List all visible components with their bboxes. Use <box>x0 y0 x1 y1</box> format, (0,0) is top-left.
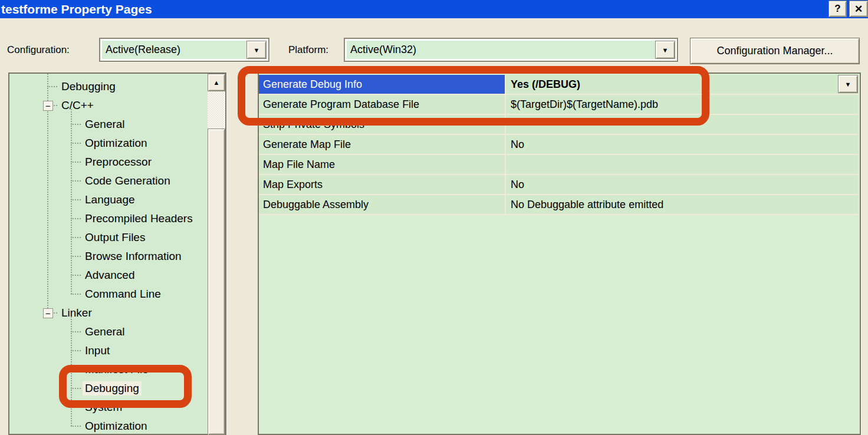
tree-item-label: Optimization <box>83 136 150 150</box>
tree-scrollbar[interactable]: ▲ <box>208 74 225 435</box>
property-row-strip-private-symbols[interactable]: Strip Private Symbols <box>259 115 858 135</box>
tree-item-label: Manifest File <box>83 362 151 377</box>
property-name[interactable]: Generate Program Database File <box>259 95 506 114</box>
tree-item-label: Advanced <box>83 268 137 282</box>
property-name[interactable]: Map Exports <box>259 175 506 194</box>
tree-item-debugging[interactable]: Debugging <box>9 379 206 398</box>
tree-item-label: Linker <box>59 306 94 320</box>
property-row-map-exports[interactable]: Map ExportsNo <box>259 175 858 195</box>
help-icon: ? <box>834 3 840 15</box>
window-title: testforme Property Pages <box>0 2 152 17</box>
chevron-down-icon: ▼ <box>845 81 851 88</box>
tree-item-manifest-file[interactable]: Manifest File <box>9 360 206 379</box>
tree-item-label: General <box>83 325 127 339</box>
tree-item-label: Input <box>83 344 112 358</box>
tree-item-label: Preprocessor <box>83 155 154 169</box>
triangle-up-icon: ▲ <box>213 79 220 86</box>
tree-item-general[interactable]: General <box>9 115 206 134</box>
platform-value: Active(Win32) <box>347 41 675 59</box>
tree-item-language[interactable]: Language <box>9 190 206 209</box>
collapse-icon[interactable]: − <box>43 101 53 111</box>
tree-item-label: Code Generation <box>83 174 173 188</box>
property-row-generate-program-database-file[interactable]: Generate Program Database File$(TargetDi… <box>259 95 858 115</box>
property-name[interactable]: Strip Private Symbols <box>259 115 506 134</box>
property-value[interactable]: No Debuggable attribute emitted <box>506 195 858 214</box>
property-value[interactable]: Yes (/DEBUG) <box>506 75 858 94</box>
help-button[interactable]: ? <box>828 1 847 17</box>
category-tree: Debugging−C/C++GeneralOptimizationPrepro… <box>9 77 206 435</box>
tree-item-label: Language <box>83 193 137 207</box>
tree-item-precompiled-headers[interactable]: Precompiled Headers <box>9 209 206 228</box>
tree-item-output-files[interactable]: Output Files <box>9 228 206 247</box>
tree-item-input[interactable]: Input <box>9 341 206 360</box>
configuration-value: Active(Release) <box>102 41 267 59</box>
tree-item-browse-information[interactable]: Browse Information <box>9 247 206 266</box>
tree-item-system[interactable]: System <box>9 398 206 417</box>
property-row-debuggable-assembly[interactable]: Debuggable AssemblyNo Debuggable attribu… <box>259 195 858 215</box>
property-row-generate-debug-info[interactable]: Generate Debug InfoYes (/DEBUG) <box>259 75 858 95</box>
tree-item-advanced[interactable]: Advanced <box>9 266 206 285</box>
tree-item-label: C/C++ <box>59 98 96 113</box>
property-value[interactable]: No <box>506 175 858 194</box>
property-row-generate-map-file[interactable]: Generate Map FileNo <box>259 135 858 155</box>
close-icon: ✕ <box>854 3 863 15</box>
tree-item-label: Debugging <box>59 80 118 94</box>
platform-dropdown-button[interactable]: ▼ <box>655 41 675 59</box>
tree-item-label: Optimization <box>83 419 150 433</box>
platform-select[interactable]: Active(Win32) ▼ <box>344 38 678 62</box>
chevron-down-icon: ▼ <box>662 47 669 54</box>
tree-item-linker[interactable]: −Linker <box>9 304 206 322</box>
property-value[interactable]: $(TargetDir)$(TargetName).pdb <box>506 95 858 114</box>
platform-label: Platform: <box>288 38 328 62</box>
configuration-manager-button[interactable]: Configuration Manager... <box>690 38 860 64</box>
configuration-dropdown-button[interactable]: ▼ <box>246 41 267 59</box>
tree-item-label: System <box>83 400 124 414</box>
collapse-icon[interactable]: − <box>43 308 53 318</box>
scroll-up-button[interactable]: ▲ <box>208 74 225 91</box>
close-button[interactable]: ✕ <box>849 1 868 17</box>
tree-item-code-generation[interactable]: Code Generation <box>9 172 206 190</box>
configuration-label: Configuration: <box>7 38 70 62</box>
tree-item-c-c-[interactable]: −C/C++ <box>9 96 206 115</box>
tree-item-label: Browse Information <box>83 249 184 263</box>
tree-item-command-line[interactable]: Command Line <box>9 285 206 304</box>
tree-item-general[interactable]: General <box>9 322 206 341</box>
tree-item-label: General <box>83 117 127 131</box>
property-row-map-file-name[interactable]: Map File Name <box>259 155 858 175</box>
scrollbar-thumb[interactable] <box>208 128 225 435</box>
property-name[interactable]: Generate Map File <box>259 135 506 154</box>
property-name[interactable]: Debuggable Assembly <box>259 195 506 214</box>
tree-item-label: Output Files <box>83 230 147 245</box>
property-value[interactable]: No <box>506 135 858 154</box>
property-value[interactable] <box>506 115 858 134</box>
tree-item-debugging[interactable]: Debugging <box>9 77 206 96</box>
property-grid: Generate Debug InfoYes (/DEBUG)Generate … <box>259 75 858 215</box>
property-value[interactable] <box>506 155 858 174</box>
tree-item-optimization[interactable]: Optimization <box>9 417 206 435</box>
configuration-select[interactable]: Active(Release) ▼ <box>99 38 269 62</box>
tree-item-label: Debugging <box>83 381 142 396</box>
tree-item-label: Precompiled Headers <box>83 212 195 226</box>
chevron-down-icon: ▼ <box>254 47 260 54</box>
property-name[interactable]: Generate Debug Info <box>259 75 506 94</box>
tree-item-label: Command Line <box>83 287 163 301</box>
tree-item-preprocessor[interactable]: Preprocessor <box>9 153 206 172</box>
property-name[interactable]: Map File Name <box>259 155 506 174</box>
property-value-dropdown-button[interactable]: ▼ <box>838 75 858 93</box>
title-bar: testforme Property Pages <box>0 0 868 18</box>
tree-item-optimization[interactable]: Optimization <box>9 134 206 153</box>
